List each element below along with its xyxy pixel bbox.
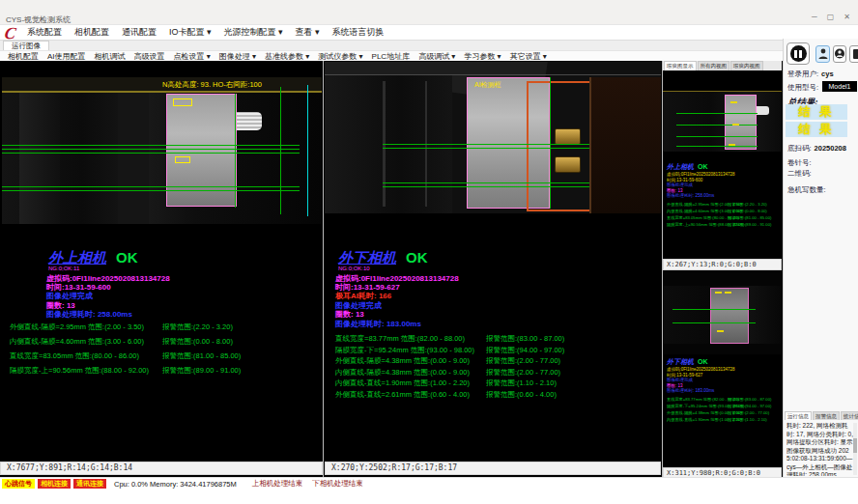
process-time: 图像处理耗时: 258.00ms [46,309,132,320]
qr-row: 二维码: [787,169,812,179]
menu-item[interactable]: 系统语言切换 [332,26,385,39]
operator-icon [835,48,844,60]
pause-button[interactable] [786,42,810,65]
thumb-tab[interactable]: 所有内视图 [698,61,730,70]
guide-line [676,125,758,126]
alarm-range: 报警范围:(0.00 - 8.00) [728,209,767,213]
guide-line-vertical [235,94,236,208]
annotation-marker [715,292,722,294]
toolbar-item[interactable]: 图像处理 ▾ [219,51,256,62]
scan-code-label: 底扫码: [787,144,812,153]
view-tabstrip: 运行图像 [0,40,858,50]
alarm-range: 报警范围:(81.00 - 85.00) [162,351,241,361]
model-select[interactable]: Model1 [822,81,857,92]
middle-coordinate-bar: X:270;Y:2502;R:17;G:17;B:17 [325,462,661,475]
log-scrollbar[interactable] [853,423,857,475]
measurement-value: 隔膜宽度-下=95.24mm 范围:(93.00 - 98.00) [335,346,474,355]
status-badge: 通讯连接 [73,479,106,489]
menu-item[interactable]: 查看 ▾ [296,26,320,39]
result-ok: OK [116,249,138,266]
guide-line [2,186,300,187]
machinery-band [663,92,782,152]
alarm-range: 报警范围:(1.10 - 2.10) [728,417,767,422]
toolbar-item[interactable]: 点检设置 ▾ [174,51,211,62]
result-ok: OK [698,163,708,170]
toolbar-item[interactable]: AI使用配置 [47,51,86,62]
maximize-icon[interactable]: ▢ [827,13,835,21]
thumb-bottom-text: 外下相机OK 虚拟码:0Fl1line2025020813134728 时间:1… [667,357,781,424]
process-time: 图像处理耗时: 183.00ms [335,319,421,329]
thumb-tab[interactable]: 瑕疵内视图 [730,61,763,70]
camera-image-middle[interactable]: AI检测框 [325,62,661,213]
toolbar-item[interactable]: 基准线参数 ▾ [265,51,309,62]
menu-item[interactable]: IO卡配置 ▾ [169,26,212,39]
guide-line [672,322,756,323]
user-icon [818,48,828,60]
menu-item[interactable]: 系统配置 [27,26,62,39]
cpu-memory-text: Cpu: 0.0% Memory: 3424.41796875M [114,480,237,489]
main-area: N高处高度: 93. HO-右间距:100 外上相机OK NG:0;OK:11 … [0,61,783,477]
log-tab[interactable]: 运行信息 [785,411,812,420]
toolbar-item[interactable]: 相机调试 [95,51,126,62]
log-tab[interactable]: 统计信息 [841,411,858,420]
camera-image-left[interactable]: N高处高度: 93. HO-右间距:100 [2,77,322,224]
thumb-top-text: 外上相机OK 虚拟码:0Fl1line2025020813134728 时间:1… [667,162,781,229]
measurement-row: 隔膜宽度-上=90.56mm 范围:(88.00 - 92.00)报警范围:(8… [667,222,781,229]
scan-code-value: 20250208 [815,144,846,153]
panel-divider [323,61,324,477]
guide-line [383,182,605,183]
ai-box-label: AI检测框 [474,80,501,90]
toolbar-item[interactable]: 高级设置 [134,51,165,62]
alarm-range: 报警范围:(89.00 - 91.00) [162,366,241,376]
guide-line [672,309,756,310]
needle-row: 卷针号: [787,158,812,168]
minimize-icon[interactable]: ─ [812,13,817,21]
toolbar-item[interactable]: 高级调试 ▾ [418,51,455,62]
log-tab[interactable]: 报警信息 [813,411,840,420]
guide-line [676,146,758,147]
toolbar-item[interactable]: PLC地址库 [372,51,411,62]
ai-detect-box [527,81,592,211]
gold-connector [555,156,581,173]
measurement-value: 内侧直线-直线=1.90mm 范围:(1.00 - 2.20) [335,378,470,388]
status-badges: 心跳信号相机连接通讯连接 [2,479,106,489]
menu-item[interactable]: 光源控制配置 ▾ [224,26,283,39]
thumb-image-bottom[interactable] [663,272,782,354]
thumb-image-top[interactable] [663,70,782,160]
exit-button[interactable] [849,45,858,63]
annotation-marker [729,144,735,146]
toolbar-item[interactable]: 测试仪参数 ▾ [318,51,362,62]
result-ok: OK [698,358,708,365]
login-user-label: 登录用户: [787,70,818,78]
measurement-value: 内侧直线-隔膜=4.38mm 范围:(0.00 - 9.00) [335,368,470,378]
toolbar-item[interactable]: 其它设置 ▾ [510,51,547,62]
alarm-range: 报警范围:(0.00 - 8.00) [162,337,233,347]
operator-button[interactable] [833,45,846,63]
alarm-range: 报警范围:(2.00 - 77.00) [486,356,560,366]
model-row: 使用型号: [787,83,818,93]
process-time-mini: 图像处理耗时: 258.00ms [667,193,781,199]
ng-ok-counter: NG:0;OK:11 [48,266,79,271]
status-badge: 相机连接 [38,479,71,489]
guide-line [2,153,300,154]
scrollbar-thumb[interactable] [853,438,857,453]
user-button[interactable] [815,45,830,63]
guide-line-cyan [307,85,308,216]
thumb-tabstrip: 瑕疵图显示所有内视图瑕疵内视图 [663,61,782,70]
machinery-column [118,93,149,224]
toolbar-item[interactable]: 相机配置 [8,51,39,62]
toolbar-item[interactable]: 学习参数 ▾ [464,51,500,62]
camera-name: 外下相机 [338,249,396,266]
machinery-column [19,93,60,224]
menu-item[interactable]: 相机配置 [74,26,109,39]
result-box-1: 结 果 [786,104,847,120]
camera-name: 外上相机 [48,249,106,266]
scan-code-row: 底扫码:20250208 [787,144,846,154]
thumb-tab[interactable]: 瑕疵图显示 [664,61,697,70]
alarm-range: 报警范围:(94.00 - 97.00) [486,346,564,355]
status-badge: 心跳信号 [2,479,35,489]
close-icon[interactable]: ✕ [844,13,850,21]
alarm-range: 报警范围:(94.00 - 97.00) [728,404,771,408]
annotation-marker [730,101,737,103]
menu-item[interactable]: 通讯配置 [122,26,157,39]
